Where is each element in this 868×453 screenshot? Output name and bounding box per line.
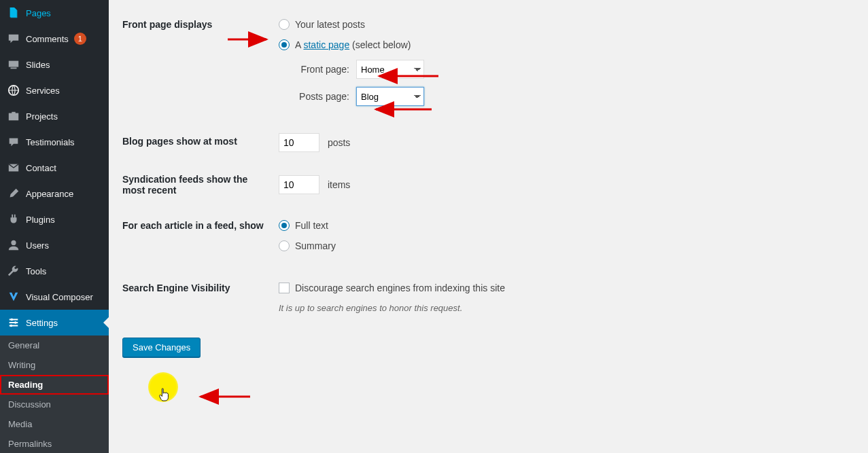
sidebar-item-testimonials[interactable]: Testimonials	[0, 129, 109, 155]
label-front-page: Front page:	[295, 64, 349, 75]
settings-reading-form: Front page displays Your latest posts A …	[109, 0, 868, 453]
sidebar-item-label: Visual Composer	[26, 292, 93, 302]
submenu-item-discussion[interactable]: Discussion	[0, 395, 109, 414]
sidebar-item-label: Slides	[26, 60, 50, 70]
user-icon	[7, 238, 20, 252]
sidebar-item-label: Plugins	[26, 215, 55, 225]
suffix-posts: posts	[328, 137, 350, 148]
sidebar-item-label: Testimonials	[26, 137, 75, 147]
cursor-pointer-icon	[158, 387, 171, 402]
submenu-item-general[interactable]: General	[0, 336, 109, 355]
admin-sidebar: Pages Comments 1 Slides Services Project…	[0, 0, 109, 453]
suffix-items: items	[328, 179, 350, 190]
sidebar-item-label: Tools	[26, 266, 46, 276]
option-summary-label: Summary	[295, 240, 336, 251]
sidebar-item-label: Appearance	[26, 189, 73, 199]
radio-summary[interactable]	[279, 240, 290, 251]
globe-icon	[7, 84, 20, 97]
save-changes-button[interactable]: Save Changes	[122, 338, 201, 357]
submenu-item-reading[interactable]: Reading	[0, 375, 109, 395]
svg-point-4	[11, 319, 14, 321]
svg-rect-1	[11, 68, 17, 69]
submenu-item-media[interactable]: Media	[0, 414, 109, 434]
sidebar-item-tools[interactable]: Tools	[0, 258, 109, 284]
option-full-text-label: Full text	[295, 220, 328, 231]
envelope-icon	[7, 161, 20, 175]
plug-icon	[7, 213, 20, 226]
sidebar-item-projects[interactable]: Projects	[0, 103, 109, 129]
checkbox-discourage-search[interactable]	[279, 283, 290, 293]
brush-icon	[7, 187, 20, 200]
svg-point-3	[11, 240, 16, 245]
sidebar-item-visual-composer[interactable]: Visual Composer	[0, 284, 109, 310]
label-blog-pages-show: Blog pages show at most	[122, 124, 272, 162]
pages-icon	[7, 6, 20, 20]
search-engine-description: It is up to search engines to honor this…	[279, 303, 848, 313]
settings-submenu: General Writing Reading Discussion Media…	[0, 336, 109, 453]
sidebar-item-label: Contact	[26, 163, 56, 173]
briefcase-icon	[7, 109, 20, 123]
submenu-item-permalinks[interactable]: Permalinks	[0, 434, 109, 453]
static-page-link[interactable]: static page	[303, 39, 349, 50]
sidebar-item-contact[interactable]: Contact	[0, 155, 109, 181]
label-front-page-displays: Front page displays	[122, 7, 272, 124]
label-feed-article: For each article in a feed, show	[122, 208, 272, 270]
label-syndication-feeds: Syndication feeds show the most recent	[122, 162, 272, 208]
sidebar-item-label: Users	[26, 240, 49, 251]
submenu-item-writing[interactable]: Writing	[0, 355, 109, 375]
quote-icon	[7, 135, 20, 149]
sidebar-item-services[interactable]: Services	[0, 77, 109, 103]
slides-icon	[7, 58, 20, 71]
option-latest-posts-label: Your latest posts	[295, 19, 365, 30]
radio-latest-posts[interactable]	[279, 19, 290, 30]
select-posts-page[interactable]: Blog	[356, 87, 424, 106]
sidebar-item-label: Projects	[26, 111, 58, 122]
sidebar-item-appearance[interactable]: Appearance	[0, 181, 109, 206]
sidebar-item-plugins[interactable]: Plugins	[0, 206, 109, 232]
sliders-icon	[7, 316, 20, 329]
option-static-prefix: A	[295, 39, 303, 50]
input-blog-pages-count[interactable]	[279, 133, 319, 152]
option-discourage-label: Discourage search engines from indexing …	[295, 283, 505, 293]
radio-full-text[interactable]	[279, 220, 290, 231]
radio-static-page[interactable]	[279, 39, 290, 50]
comments-icon	[7, 32, 20, 46]
sidebar-item-settings[interactable]: Settings	[0, 310, 109, 336]
sidebar-item-comments[interactable]: Comments 1	[0, 26, 109, 52]
sidebar-item-users[interactable]: Users	[0, 232, 109, 258]
sidebar-item-pages[interactable]: Pages	[0, 0, 109, 26]
select-front-page[interactable]: Home	[356, 60, 424, 79]
sidebar-item-label: Settings	[26, 318, 58, 328]
sidebar-item-label: Comments	[26, 34, 69, 44]
sidebar-item-label: Services	[26, 86, 60, 96]
vc-icon	[7, 290, 20, 304]
comments-badge: 1	[74, 33, 86, 45]
option-static-suffix: (select below)	[349, 39, 411, 50]
label-posts-page: Posts page:	[295, 91, 349, 102]
wrench-icon	[7, 264, 20, 278]
svg-point-5	[14, 321, 17, 324]
svg-point-6	[10, 325, 13, 327]
cursor-highlight	[148, 372, 178, 402]
svg-rect-0	[9, 61, 18, 67]
input-syndication-count[interactable]	[279, 175, 319, 194]
sidebar-item-label: Pages	[26, 8, 51, 18]
label-search-engine-visibility: Search Engine Visibility	[122, 270, 272, 323]
sidebar-item-slides[interactable]: Slides	[0, 52, 109, 77]
